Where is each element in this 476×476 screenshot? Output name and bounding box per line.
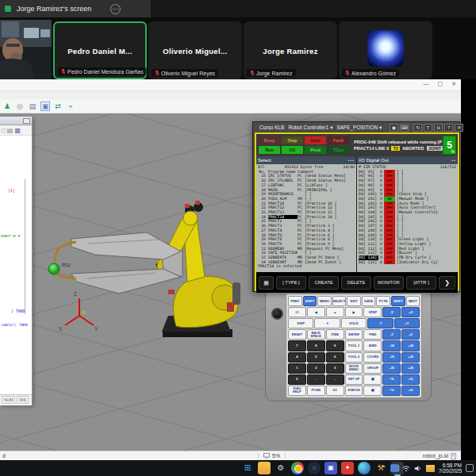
editor-scrollbar[interactable] [25, 179, 25, 314]
pendant-key[interactable]: BWD [363, 340, 382, 351]
pendant-key[interactable]: POSN [307, 386, 325, 396]
pendant-close-button[interactable]: ✕ [455, 124, 463, 132]
speaker-icon[interactable] [414, 465, 422, 472]
help-button[interactable]: ? [444, 124, 453, 132]
pendant-key[interactable]: FWD [363, 329, 382, 340]
pendant-key[interactable]: DIAG HELP [288, 386, 306, 396]
position-dropdown[interactable]: SAFE_POSITION ▾ [336, 125, 382, 131]
pendant-key[interactable]: -J6 [382, 363, 401, 374]
participant-tile[interactable]: Pedro Daniel M... Pedro Daniel Mendoza G… [53, 21, 147, 79]
pendant-key[interactable]: HOLD [341, 318, 367, 328]
pendant-key[interactable]: +% [401, 374, 420, 385]
pendant-key[interactable]: ENTER [345, 329, 363, 340]
pendant-key[interactable]: 6 [326, 352, 344, 363]
pendant-key[interactable]: -J4 [382, 340, 401, 351]
tray-folder-icon[interactable] [426, 465, 435, 472]
pendant-key[interactable]: 3 [326, 363, 344, 374]
taskbar-icon[interactable]: ▣ [324, 462, 337, 474]
pendant-key[interactable]: ▶ [345, 307, 363, 317]
taskbar-icon[interactable]: ◌ [308, 462, 321, 474]
pendant-titlebar[interactable]: Curso KLB Robot Controller1 ▾ SAFE_POSIT… [253, 122, 459, 132]
function-key[interactable]: CREATE [309, 276, 339, 290]
shared-screen-tab[interactable]: Jorge Ramirez's screen ⋯ [0, 0, 151, 17]
pendant-key[interactable]: SET UP [345, 374, 363, 385]
participant-tile[interactable]: Alexandro Gómez [339, 21, 432, 79]
pendant-key[interactable]: NEXT [406, 296, 420, 306]
pendant-key[interactable]: 0 [288, 374, 306, 385]
teach-button[interactable]: T [424, 124, 432, 132]
minimize-button[interactable]: — [424, 81, 429, 87]
pendant-key[interactable]: DISP [288, 318, 313, 328]
io-digital-out-pane[interactable]: I/O Digital Out ▪▪ # SIM STATUS 116/512 [357, 156, 458, 272]
toolbar-icon[interactable]: ♟ [2, 102, 12, 111]
pendant-key[interactable]: 9 [326, 340, 344, 351]
function-key[interactable]: DELETE [341, 276, 371, 290]
tab-more-button[interactable]: ⋯ [110, 4, 121, 14]
menu-grid-button[interactable]: ▦ [259, 276, 274, 290]
teach-pendant-window[interactable]: Curso KLB Robot Controller1 ▾ SAFE_POSIT… [252, 121, 460, 292]
pendant-key[interactable]: −% [382, 386, 401, 396]
editor-titlebar[interactable] [0, 117, 32, 125]
pendant-key[interactable]: SHIFT [391, 296, 405, 306]
pendant-key[interactable]: +Z [401, 329, 420, 340]
toolbar-icon[interactable]: ▤ [28, 102, 37, 111]
pendant-key[interactable]: +Y [394, 318, 420, 328]
pendant-key[interactable]: TOOL 1 [345, 340, 363, 351]
tp-enable-button[interactable]: ▣ [390, 124, 398, 132]
taskbar-icon[interactable] [291, 462, 304, 474]
pendant-key[interactable]: 5 [307, 352, 325, 363]
close-button[interactable]: ✕ [451, 81, 456, 87]
pendant-key[interactable]: . [307, 374, 325, 385]
pendant-key[interactable]: +J4 [401, 340, 420, 351]
pendant-key[interactable]: ▲ [326, 307, 344, 317]
tray-chevron-icon[interactable]: ⌃ [381, 465, 386, 472]
target-point[interactable] [48, 263, 60, 274]
taskbar-icon[interactable] [258, 462, 271, 474]
emergency-stop-button[interactable] [271, 308, 283, 320]
toolbar-icon[interactable]: ▣ [40, 102, 50, 111]
pendant-key[interactable]: STATUS [345, 386, 363, 396]
self-video[interactable] [0, 20, 52, 79]
pendant-key[interactable]: ▦ [363, 374, 382, 385]
pendant-key[interactable]: STEP [363, 307, 382, 317]
taskbar-icon[interactable]: ✦ [341, 462, 354, 474]
pendant-key[interactable]: RESET [288, 329, 306, 340]
pendant-key[interactable]: +J5 [401, 352, 420, 363]
pendant-key[interactable]: TOOL 2 [345, 352, 363, 363]
taskbar-icon[interactable] [358, 462, 370, 474]
pendant-key[interactable]: 8 [307, 340, 325, 351]
onedrive-icon[interactable] [390, 464, 398, 472]
pendant-key[interactable]: SELECT [332, 296, 347, 306]
participant-tile[interactable]: Oliverio Miguel... Oliverio Miguel Reyes [148, 21, 242, 79]
toolbar-icon[interactable]: ⌁ [66, 102, 75, 111]
refresh-button[interactable]: ↻ [413, 124, 422, 132]
taskbar-clock[interactable]: 6:58 PM 7/20/2025 [439, 463, 462, 474]
pendant-key[interactable]: 2 [307, 363, 325, 374]
pendant-key[interactable]: +J6 [401, 363, 420, 374]
editor-tool-icon[interactable]: ▩ [14, 126, 21, 134]
editor-code-area[interactable]: [1] ROBOT SE M ) THEN nable() THEN [0, 136, 32, 394]
notification-center-icon[interactable] [466, 464, 474, 472]
pendant-key[interactable]: +X [401, 307, 420, 317]
pendant-key[interactable]: 7 [288, 340, 306, 351]
editor-tool-icon[interactable]: ▤ [7, 126, 13, 134]
select-pane[interactable]: Select ▪▪▪ All 491912 bytes free 24/40 N… [256, 156, 357, 272]
pendant-key[interactable]: 1 [288, 363, 306, 374]
editor-close-button[interactable] [23, 118, 30, 124]
pendant-key[interactable]: -Y [367, 318, 393, 328]
pendant-key[interactable]: ▼ [314, 318, 340, 328]
function-key[interactable]: [ TYPE ] [276, 276, 306, 290]
toolbar-icon[interactable]: ◎ [15, 102, 25, 111]
app-titlebar[interactable]: — ▢ ✕ [0, 79, 461, 91]
participant-tile[interactable]: Jorge Ramirez Jorge Ramirez [244, 21, 337, 79]
pendant-key[interactable]: ITEM [326, 329, 344, 340]
function-key[interactable]: [ATTR ] [406, 276, 436, 290]
pendant-key[interactable]: PREV [288, 296, 302, 306]
keyboard-button[interactable]: ⌨ [400, 124, 409, 132]
maximize-button[interactable]: ▢ [438, 81, 443, 87]
taskbar-icon[interactable]: ⊞ [241, 462, 254, 474]
wifi-icon[interactable] [402, 465, 410, 472]
pendant-key[interactable]: GROUP [363, 363, 382, 374]
code-editor-window[interactable]: □▤▩ [1] ROBOT SE M ) THEN nable() THEN N… [0, 117, 33, 405]
function-key[interactable]: MONITOR [374, 276, 404, 290]
